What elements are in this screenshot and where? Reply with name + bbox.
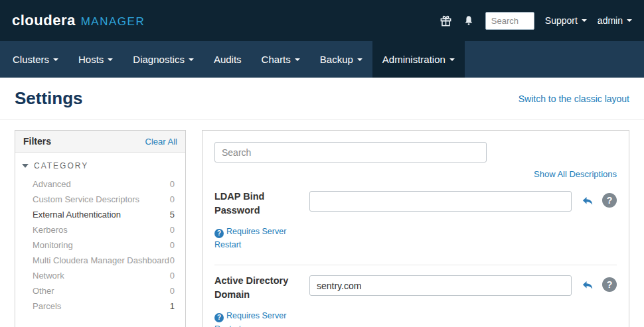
cloudera-manager-page: cloudera MANAGER Supp xyxy=(0,0,644,327)
nav-item-charts[interactable]: Charts xyxy=(252,41,310,78)
page-title: Settings xyxy=(15,88,83,109)
filter-item-monitoring[interactable]: Monitoring 0 xyxy=(15,237,185,253)
requires-restart-note[interactable]: ?Requires Server Restart xyxy=(214,309,295,327)
info-question-icon: ? xyxy=(214,229,224,238)
filter-count: 0 xyxy=(170,240,175,250)
nav-label: Administration xyxy=(382,54,445,65)
filters-title: Filters xyxy=(23,136,51,147)
nav-label: Audits xyxy=(214,54,242,65)
clear-all-link[interactable]: Clear All xyxy=(145,137,177,147)
filter-count: 0 xyxy=(170,225,175,235)
filter-label: Custom Service Descriptors xyxy=(33,194,139,204)
user-menu[interactable]: admin xyxy=(598,15,632,26)
chevron-down-icon xyxy=(357,58,362,61)
collapse-caret-icon xyxy=(22,164,29,168)
filters-header: Filters Clear All xyxy=(15,131,185,153)
classic-layout-link[interactable]: Switch to the classic layout xyxy=(519,94,629,104)
filter-label: Parcels xyxy=(33,301,61,311)
filter-count: 0 xyxy=(170,194,175,204)
filter-list: Advanced 0 Custom Service Descriptors 0 … xyxy=(15,176,185,314)
filter-item-other[interactable]: Other 0 xyxy=(15,283,185,298)
setting-label-column: Active Directory Domain ?Requires Server… xyxy=(214,274,309,327)
requires-restart-text: Requires Server Restart xyxy=(214,227,286,249)
nav-item-hosts[interactable]: Hosts xyxy=(68,41,123,78)
main-nav: Clusters Hosts Diagnostics Audits Charts… xyxy=(0,41,644,78)
setting-label: Active Directory Domain xyxy=(214,274,302,302)
requires-restart-note[interactable]: ?Requires Server Restart xyxy=(214,225,295,251)
filter-label: Network xyxy=(33,271,64,281)
parcels-gift-icon[interactable] xyxy=(440,15,452,27)
filter-label: Other xyxy=(33,286,54,296)
filter-count: 1 xyxy=(170,301,175,311)
brand-logo[interactable]: cloudera MANAGER xyxy=(12,12,145,29)
page-title-bar: Settings Switch to the classic layout xyxy=(0,78,644,120)
category-section-label: CATEGORY xyxy=(34,161,88,170)
chevron-down-icon xyxy=(108,58,113,61)
info-question-icon: ? xyxy=(214,313,224,322)
setting-label: LDAP Bind Password xyxy=(214,190,302,218)
ldap-bind-password-input[interactable] xyxy=(309,191,572,212)
settings-panel: Show All Descriptions LDAP Bind Password… xyxy=(202,130,629,327)
content-area: Filters Clear All CATEGORY Advanced 0 Cu… xyxy=(0,120,644,327)
chevron-down-icon xyxy=(295,58,300,61)
filter-item-parcels[interactable]: Parcels 1 xyxy=(15,298,185,314)
help-icon[interactable]: ? xyxy=(602,193,617,208)
filter-item-advanced[interactable]: Advanced 0 xyxy=(15,176,185,192)
nav-item-administration[interactable]: Administration xyxy=(372,41,465,78)
chevron-down-icon xyxy=(627,19,632,22)
nav-item-audits[interactable]: Audits xyxy=(204,41,252,78)
brand-cloudera-text: cloudera xyxy=(12,12,76,29)
setting-label-column: LDAP Bind Password ?Requires Server Rest… xyxy=(214,190,309,251)
filter-item-external-authentication[interactable]: External Authentication 5 xyxy=(15,207,185,222)
active-directory-domain-input[interactable] xyxy=(309,275,572,296)
nav-item-backup[interactable]: Backup xyxy=(310,41,372,78)
chevron-down-icon xyxy=(189,58,194,61)
filter-label: External Authentication xyxy=(33,210,121,220)
nav-label: Clusters xyxy=(13,54,49,65)
filter-count: 5 xyxy=(170,210,175,220)
settings-search-input[interactable] xyxy=(214,142,487,163)
chevron-down-icon xyxy=(449,58,455,61)
user-menu-label: admin xyxy=(598,15,623,26)
help-icon[interactable]: ? xyxy=(602,277,617,292)
notifications-bell-icon[interactable] xyxy=(463,15,475,27)
filter-label: Kerberos xyxy=(33,225,68,235)
filter-label: Monitoring xyxy=(33,240,73,250)
setting-row-ldap-bind-password: LDAP Bind Password ?Requires Server Rest… xyxy=(214,181,617,265)
filter-item-network[interactable]: Network 0 xyxy=(15,268,185,283)
nav-label: Charts xyxy=(262,54,291,65)
filter-label: Multi Cloudera Manager Dashboard xyxy=(33,255,169,265)
reset-to-default-icon[interactable] xyxy=(582,195,594,207)
nav-label: Hosts xyxy=(78,54,104,65)
filters-panel: Filters Clear All CATEGORY Advanced 0 Cu… xyxy=(15,130,186,327)
filter-item-kerberos[interactable]: Kerberos 0 xyxy=(15,222,185,237)
show-all-descriptions-link[interactable]: Show All Descriptions xyxy=(534,169,617,179)
chevron-down-icon xyxy=(582,19,587,22)
brand-manager-text: MANAGER xyxy=(81,15,145,29)
filter-label: Advanced xyxy=(33,179,71,189)
filter-count: 0 xyxy=(170,179,175,189)
support-menu-label: Support xyxy=(545,15,578,26)
topbar-right-cluster: Support admin xyxy=(440,12,632,30)
nav-label: Diagnostics xyxy=(133,54,185,65)
global-search-input[interactable] xyxy=(485,12,534,30)
support-menu[interactable]: Support xyxy=(545,15,587,26)
filter-item-custom-service-descriptors[interactable]: Custom Service Descriptors 0 xyxy=(15,192,185,207)
nav-label: Backup xyxy=(320,54,353,65)
nav-item-clusters[interactable]: Clusters xyxy=(3,41,68,78)
filter-count: 0 xyxy=(170,271,175,281)
filter-count: 0 xyxy=(170,286,175,296)
category-section-toggle[interactable]: CATEGORY xyxy=(15,153,185,176)
chevron-down-icon xyxy=(53,58,58,61)
filter-item-multi-cloudera-manager-dashboard[interactable]: Multi Cloudera Manager Dashboard 0 xyxy=(15,253,185,268)
reset-to-default-icon[interactable] xyxy=(582,279,594,291)
filter-count: 0 xyxy=(170,255,175,265)
top-header: cloudera MANAGER Supp xyxy=(0,0,644,41)
show-all-row: Show All Descriptions xyxy=(214,168,617,180)
setting-row-active-directory-domain: Active Directory Domain ?Requires Server… xyxy=(214,265,617,327)
nav-item-diagnostics[interactable]: Diagnostics xyxy=(123,41,204,78)
requires-restart-text: Requires Server Restart xyxy=(214,311,286,327)
